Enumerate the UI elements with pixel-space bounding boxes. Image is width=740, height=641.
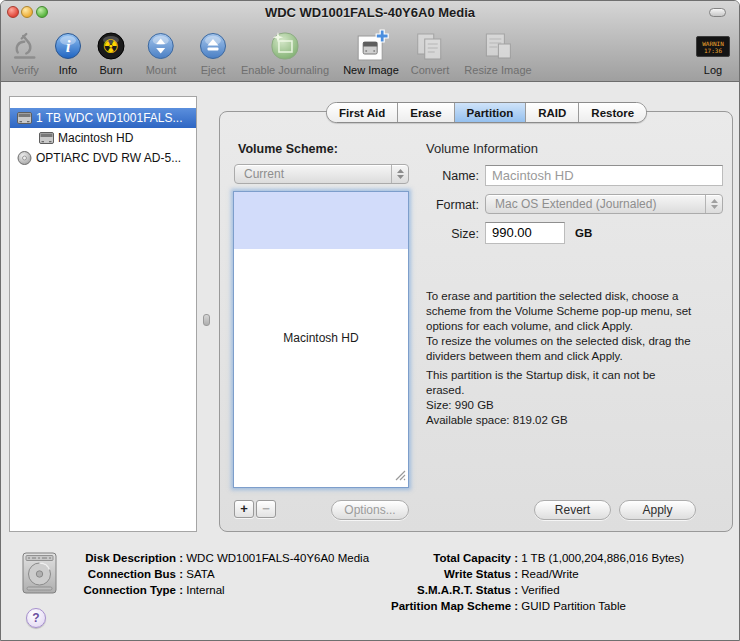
eject-icon bbox=[199, 29, 227, 63]
partition-label: Macintosh HD bbox=[234, 331, 408, 345]
svg-text:i: i bbox=[66, 37, 71, 56]
info-row: Disk Description : WDC WD1001FALS-40Y6A0… bbox=[61, 552, 369, 568]
toolbar-label: Convert bbox=[411, 64, 450, 76]
format-label: Format: bbox=[421, 198, 479, 212]
startup-disk-note: This partition is the Startup disk, it c… bbox=[426, 368, 730, 428]
tab-partition[interactable]: Partition bbox=[455, 103, 527, 122]
toolbar-label: Mount bbox=[146, 64, 177, 76]
remove-partition-button[interactable]: − bbox=[256, 500, 276, 518]
scheme-popup-value: Current bbox=[244, 167, 284, 181]
size-field[interactable]: 990.00 bbox=[485, 222, 565, 244]
info-row: Connection Type : Internal bbox=[61, 584, 369, 600]
info-row: Write Status : Read/Write bbox=[391, 568, 684, 584]
hard-drive-icon bbox=[39, 132, 54, 144]
device-list: 1 TB WDC WD1001FALS... Macintosh HD OPTI… bbox=[9, 96, 197, 532]
partition-free-band bbox=[234, 192, 408, 249]
convert-icon bbox=[411, 29, 450, 63]
chevron-up-down-icon bbox=[705, 195, 722, 213]
toolbar-convert-button[interactable]: Convert bbox=[411, 29, 450, 76]
disk-info-left: Disk Description : WDC WD1001FALS-40Y6A0… bbox=[61, 552, 369, 600]
toolbar-label: Burn bbox=[97, 64, 125, 76]
sidebar-item-optical-drive[interactable]: OPTIARC DVD RW AD-5... bbox=[10, 148, 196, 168]
partition-instructions: To erase and partition the selected disk… bbox=[426, 289, 730, 364]
title-bar[interactable]: WDC WD1001FALS-40Y6A0 Media bbox=[1, 1, 739, 23]
tab-restore[interactable]: Restore bbox=[579, 103, 646, 122]
toolbar: WDC WD1001FALS-40Y6A0 Media Verify i Inf… bbox=[1, 1, 739, 82]
toolbar-info-button[interactable]: i Info bbox=[54, 29, 82, 76]
format-popup-value: Mac OS Extended (Journaled) bbox=[495, 197, 656, 211]
help-button[interactable]: ? bbox=[26, 608, 46, 628]
name-field[interactable]: Macintosh HD bbox=[485, 165, 723, 186]
sidebar-item-label: 1 TB WDC WD1001FALS... bbox=[36, 111, 183, 125]
sidebar-item-label: Macintosh HD bbox=[58, 131, 133, 145]
toolbar-label: Info bbox=[54, 64, 82, 76]
tab-first-aid[interactable]: First Aid bbox=[327, 103, 398, 122]
svg-text:☢: ☢ bbox=[102, 36, 119, 57]
journal-icon bbox=[241, 29, 329, 63]
add-partition-button[interactable]: + bbox=[234, 500, 254, 518]
info-row: S.M.A.R.T. Status : Verified bbox=[391, 584, 684, 600]
hard-drive-icon bbox=[17, 112, 32, 124]
resize-image-icon bbox=[464, 29, 531, 63]
sidebar-item-disk[interactable]: 1 TB WDC WD1001FALS... bbox=[10, 108, 196, 128]
hard-drive-icon bbox=[21, 552, 58, 598]
toolbar-eject-button[interactable]: Eject bbox=[199, 29, 227, 76]
toolbar-label: Enable Journaling bbox=[241, 64, 329, 76]
toolbar-log-button[interactable]: WARNIN17:36 Log bbox=[696, 29, 730, 76]
tab-raid[interactable]: RAID bbox=[526, 103, 579, 122]
info-row: Connection Bus : SATA bbox=[61, 568, 369, 584]
volume-information-heading: Volume Information bbox=[426, 141, 538, 156]
partition-map[interactable]: Macintosh HD bbox=[233, 191, 409, 488]
name-label: Name: bbox=[421, 169, 479, 183]
volume-scheme-heading: Volume Scheme: bbox=[238, 142, 338, 156]
size-unit-label: GB bbox=[575, 227, 592, 239]
apply-button[interactable]: Apply bbox=[619, 500, 696, 520]
info-row: Total Capacity : 1 TB (1,000,204,886,016… bbox=[391, 552, 684, 568]
toolbar-new-image-button[interactable]: New Image bbox=[343, 29, 399, 76]
optical-disc-icon bbox=[17, 151, 32, 165]
tab-bar: First Aid Erase Partition RAID Restore bbox=[326, 102, 647, 123]
format-popup[interactable]: Mac OS Extended (Journaled) bbox=[485, 194, 723, 214]
sidebar-item-label: OPTIARC DVD RW AD-5... bbox=[36, 151, 181, 165]
toolbar-label: Verify bbox=[11, 64, 39, 76]
chevron-up-down-icon bbox=[391, 165, 408, 183]
toolbar-label: Resize Image bbox=[464, 64, 531, 76]
size-label: Size: bbox=[421, 227, 479, 241]
burn-icon: ☢ bbox=[97, 29, 125, 63]
toolbar-mount-button[interactable]: Mount bbox=[146, 29, 177, 76]
volume-scheme-popup[interactable]: Current bbox=[234, 164, 409, 184]
tab-erase[interactable]: Erase bbox=[398, 103, 454, 122]
log-icon: WARNIN17:36 bbox=[696, 29, 730, 63]
microscope-icon bbox=[11, 29, 39, 63]
info-row: Partition Map Scheme : GUID Partition Ta… bbox=[391, 600, 684, 616]
sidebar-item-volume[interactable]: Macintosh HD bbox=[10, 128, 196, 148]
mount-icon bbox=[146, 29, 177, 63]
resize-grip-icon[interactable] bbox=[394, 467, 406, 485]
toolbar-label: New Image bbox=[343, 64, 399, 76]
window-title: WDC WD1001FALS-40Y6A0 Media bbox=[1, 5, 739, 20]
toolbar-verify-button[interactable]: Verify bbox=[11, 29, 39, 76]
toolbar-burn-button[interactable]: ☢ Burn bbox=[97, 29, 125, 76]
toolbar-resize-image-button[interactable]: Resize Image bbox=[464, 29, 531, 76]
toolbar-label: Eject bbox=[199, 64, 227, 76]
splitter-handle[interactable] bbox=[203, 314, 210, 326]
toolbar-label: Log bbox=[696, 64, 730, 76]
disk-info-right: Total Capacity : 1 TB (1,000,204,886,016… bbox=[391, 552, 684, 616]
info-icon: i bbox=[54, 29, 82, 63]
toolbar-enable-journaling-button[interactable]: Enable Journaling bbox=[241, 29, 329, 76]
toolbar-toggle-button[interactable] bbox=[709, 8, 726, 17]
options-button[interactable]: Options... bbox=[331, 500, 409, 520]
revert-button[interactable]: Revert bbox=[534, 500, 611, 520]
new-image-icon bbox=[343, 29, 399, 63]
disk-utility-window: WDC WD1001FALS-40Y6A0 Media Verify i Inf… bbox=[0, 0, 740, 641]
